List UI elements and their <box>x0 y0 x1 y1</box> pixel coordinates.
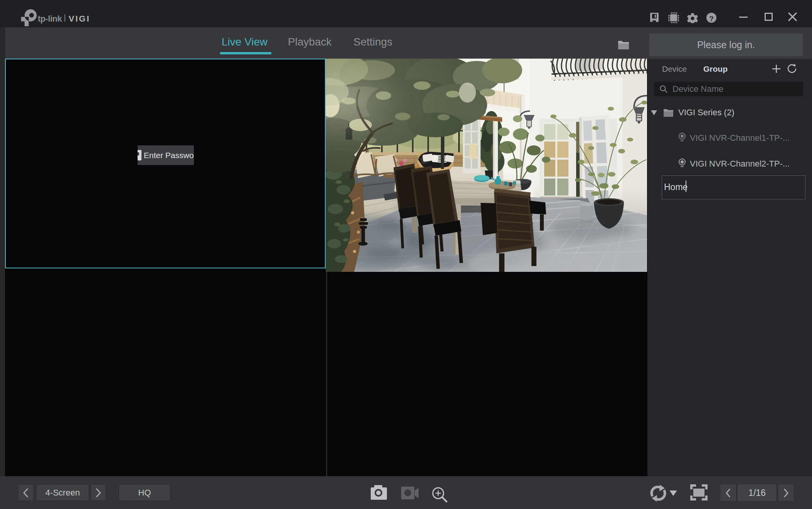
svg-text:tp-link: tp-link <box>38 14 62 24</box>
svg-text:?: ? <box>709 15 714 23</box>
svg-text:VIGI: VIGI <box>69 14 90 24</box>
